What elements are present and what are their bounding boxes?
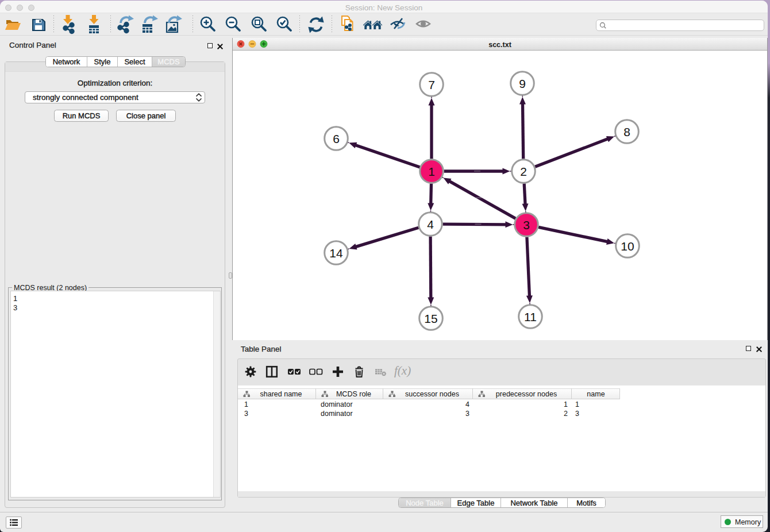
svg-text:3: 3 [523,218,530,232]
svg-text:1: 1 [428,165,435,178]
svg-text:6: 6 [333,132,340,145]
svg-text:15: 15 [424,312,437,325]
svg-text:14: 14 [329,246,343,260]
svg-text:9: 9 [519,77,526,90]
svg-text:8: 8 [623,125,630,138]
svg-text:7: 7 [428,78,435,91]
svg-text:11: 11 [524,310,537,323]
svg-text:4: 4 [427,218,434,231]
svg-text:2: 2 [520,165,527,178]
svg-text:10: 10 [621,240,634,253]
